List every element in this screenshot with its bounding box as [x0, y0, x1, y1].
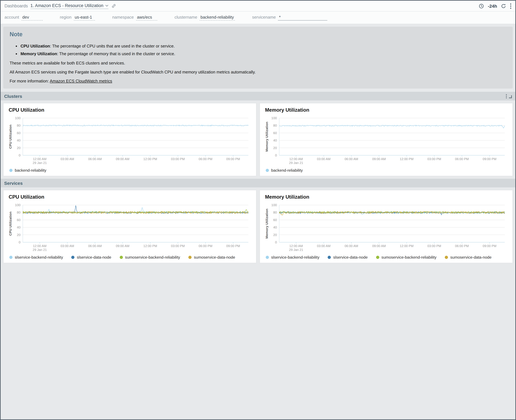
filter-servicename: servicename *	[252, 15, 328, 21]
line-chart[interactable]: 02040608010012:00 AM29 Jan 2103:00 AM06:…	[264, 115, 508, 167]
svg-text:12:00 AM: 12:00 AM	[289, 157, 303, 161]
filter-account: account dev	[5, 15, 43, 21]
legend-label: slservice-backend-reliability	[271, 255, 320, 260]
svg-text:12:00 AM: 12:00 AM	[289, 244, 303, 248]
legend-label: slservice-backend-reliability	[15, 255, 63, 260]
svg-text:Memory Utilization: Memory Utilization	[265, 209, 269, 239]
svg-text:100: 100	[271, 203, 277, 207]
chevron-down-icon	[105, 4, 108, 7]
svg-text:20: 20	[273, 146, 277, 150]
chart-legend: backend-reliability	[266, 168, 508, 172]
filter-value-input[interactable]: backend-reliability	[199, 15, 235, 21]
legend-item[interactable]: backend-reliability	[266, 168, 303, 172]
svg-text:12:00 PM: 12:00 PM	[143, 244, 157, 248]
dashboard-title-dropdown[interactable]: 1. Amazon ECS - Resource Utilization	[30, 3, 109, 9]
svg-text:CPU Utilization: CPU Utilization	[8, 212, 12, 236]
svg-text:12:00 AM: 12:00 AM	[33, 157, 46, 161]
svg-text:80: 80	[273, 124, 277, 127]
svg-text:29 Jan 21: 29 Jan 21	[289, 161, 303, 165]
filter-label: account	[5, 15, 19, 20]
svg-text:60: 60	[273, 218, 277, 222]
svg-text:20: 20	[273, 233, 277, 237]
svg-text:03:00 AM: 03:00 AM	[60, 244, 74, 248]
legend-item[interactable]: slservice-backend-reliability	[9, 255, 63, 260]
legend-dot	[9, 169, 13, 172]
filter-label: region	[60, 15, 71, 20]
svg-text:0: 0	[275, 240, 277, 244]
line-chart[interactable]: 02040608010012:00 AM29 Jan 2103:00 AM06:…	[264, 202, 508, 254]
legend-label: sumoservice-backend-reliability	[381, 255, 436, 260]
legend-label: sumoservice-backend-reliability	[125, 255, 180, 260]
legend-item[interactable]: sumoservice-backend-reliability	[120, 255, 180, 260]
svg-text:12:00 AM: 12:00 AM	[33, 244, 46, 248]
legend-dot	[120, 256, 123, 259]
legend-label: sumoservice-data-node	[194, 255, 235, 260]
legend-dot	[266, 169, 269, 172]
section-title: Clusters	[4, 94, 22, 99]
legend-item[interactable]: sumoservice-backend-reliability	[376, 255, 436, 260]
svg-text:0: 0	[275, 153, 277, 157]
legend-item[interactable]: slservice-data-node	[71, 255, 111, 260]
legend-dot	[9, 256, 13, 259]
filter-value-input[interactable]: *	[278, 15, 328, 21]
cloudwatch-metrics-link[interactable]: Amazon ECS CloudWatch metrics	[50, 79, 112, 83]
top-bar: Dashboards 1. Amazon ECS - Resource Util…	[1, 1, 515, 12]
clusters-panels: CPU Utilization 02040608010012:00 AM29 J…	[3, 103, 513, 176]
svg-text:100: 100	[15, 116, 21, 120]
legend-dot	[71, 256, 75, 259]
clock-icon[interactable]	[479, 3, 484, 8]
svg-text:60: 60	[17, 131, 21, 135]
svg-text:0: 0	[19, 153, 21, 157]
svg-text:03:00 PM: 03:00 PM	[427, 244, 441, 248]
svg-text:20: 20	[17, 146, 21, 150]
note-panel: Note CPU Utilization: The percentage of …	[3, 27, 513, 89]
legend-label: slservice-data-node	[77, 255, 111, 260]
line-chart[interactable]: 02040608010012:00 AM29 Jan 2103:00 AM06:…	[8, 115, 252, 167]
legend-item[interactable]: slservice-data-node	[328, 255, 368, 260]
svg-text:03:00 PM: 03:00 PM	[171, 244, 185, 248]
chart-legend: backend-reliability	[9, 168, 252, 172]
legend-item[interactable]: slservice-backend-reliability	[266, 255, 320, 260]
svg-text:06:00 PM: 06:00 PM	[199, 157, 212, 161]
filter-clustername: clustername backend-reliability	[175, 15, 235, 21]
line-chart[interactable]: 02040608010012:00 AM29 Jan 2103:00 AM06:…	[8, 202, 252, 254]
refresh-icon[interactable]	[501, 3, 506, 8]
svg-text:06:00 PM: 06:00 PM	[199, 244, 212, 248]
svg-text:03:00 AM: 03:00 AM	[317, 244, 330, 248]
note-bullet-list: CPU Utilization: The percentage of CPU u…	[10, 44, 506, 56]
dashboard-root: Dashboards 1. Amazon ECS - Resource Util…	[0, 0, 516, 420]
legend-item[interactable]: sumoservice-data-node	[445, 255, 492, 260]
legend-dot	[376, 256, 379, 259]
time-range-value[interactable]: -24h	[488, 3, 497, 8]
svg-text:09:00 AM: 09:00 AM	[116, 157, 129, 161]
legend-item[interactable]: backend-reliability	[9, 168, 46, 172]
svg-text:09:00 AM: 09:00 AM	[116, 244, 129, 248]
svg-text:06:00 AM: 06:00 AM	[88, 157, 102, 161]
note-bullet-cpu: CPU Utilization: The percentage of CPU u…	[21, 44, 506, 48]
filter-region: region us-east-1	[60, 15, 95, 21]
section-menu-icon[interactable]	[506, 94, 507, 98]
filter-value-input[interactable]: us-east-1	[74, 15, 95, 21]
svg-text:40: 40	[17, 138, 21, 142]
svg-text:09:00 AM: 09:00 AM	[372, 157, 386, 161]
svg-text:80: 80	[273, 210, 277, 214]
filter-value-input[interactable]: dev	[21, 15, 43, 21]
svg-text:09:00 PM: 09:00 PM	[226, 244, 240, 248]
chart-title: CPU Utilization	[9, 194, 252, 200]
svg-text:40: 40	[17, 225, 21, 229]
share-link-icon[interactable]	[111, 4, 116, 8]
note-paragraph: These metrics are available for both ECS…	[10, 61, 506, 66]
svg-text:06:00 PM: 06:00 PM	[455, 157, 469, 161]
svg-text:09:00 AM: 09:00 AM	[372, 244, 386, 248]
breadcrumb[interactable]: Dashboards	[5, 4, 28, 8]
svg-text:03:00 AM: 03:00 AM	[317, 157, 330, 161]
chart-legend: slservice-backend-reliabilityslservice-d…	[266, 255, 508, 260]
note-more-info: For more information: Amazon ECS CloudWa…	[10, 79, 506, 83]
filter-value-input[interactable]: aws/ecs	[136, 15, 157, 21]
svg-text:40: 40	[273, 138, 277, 142]
svg-text:03:00 PM: 03:00 PM	[171, 157, 185, 161]
legend-item[interactable]: sumoservice-data-node	[188, 255, 235, 260]
chart-panel-services-memory: Memory Utilization 02040608010012:00 AM2…	[260, 190, 513, 263]
expand-corner-icon[interactable]	[509, 95, 512, 98]
kebab-menu-icon[interactable]	[510, 3, 511, 9]
